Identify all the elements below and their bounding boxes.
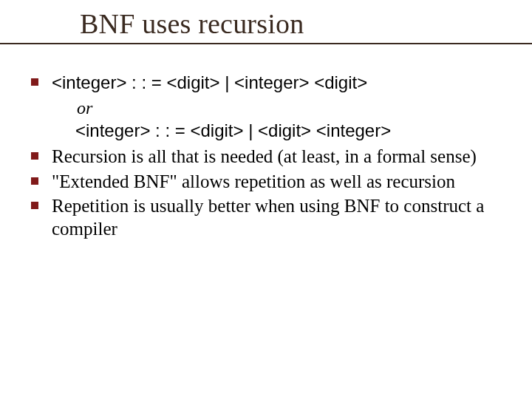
grammar-list: <integer> : : = <digit> | <integer> <dig… bbox=[24, 71, 502, 94]
point-1-text: Recursion is all that is needed (at leas… bbox=[52, 146, 477, 166]
bullet-icon bbox=[31, 78, 38, 86]
point-1: Recursion is all that is needed (at leas… bbox=[24, 145, 502, 168]
bullet-icon bbox=[31, 202, 38, 209]
title-underline bbox=[0, 43, 532, 44]
point-3-text: Repetition is usually better when using … bbox=[52, 196, 484, 239]
point-2: "Extended BNF" allows repetition as well… bbox=[24, 170, 502, 193]
slide-body: <integer> : : = <digit> | <integer> <dig… bbox=[0, 41, 532, 240]
point-3: Repetition is usually better when using … bbox=[24, 194, 502, 241]
title-area: BNF uses recursion bbox=[0, 0, 532, 40]
points-list: Recursion is all that is needed (at leas… bbox=[24, 145, 502, 240]
grammar-line-1: <integer> : : = <digit> | <integer> <dig… bbox=[52, 72, 367, 92]
grammar-line-2: <integer> : : = <digit> | <digit> <integ… bbox=[24, 119, 502, 142]
slide-title: BNF uses recursion bbox=[80, 7, 532, 40]
point-2-text: "Extended BNF" allows repetition as well… bbox=[52, 171, 455, 191]
bullet-icon bbox=[31, 152, 38, 160]
grammar-or: or bbox=[24, 97, 502, 119]
grammar-item-1: <integer> : : = <digit> | <integer> <dig… bbox=[24, 71, 502, 94]
slide: BNF uses recursion <integer> : : = <digi… bbox=[0, 0, 532, 399]
bullet-icon bbox=[31, 177, 38, 185]
